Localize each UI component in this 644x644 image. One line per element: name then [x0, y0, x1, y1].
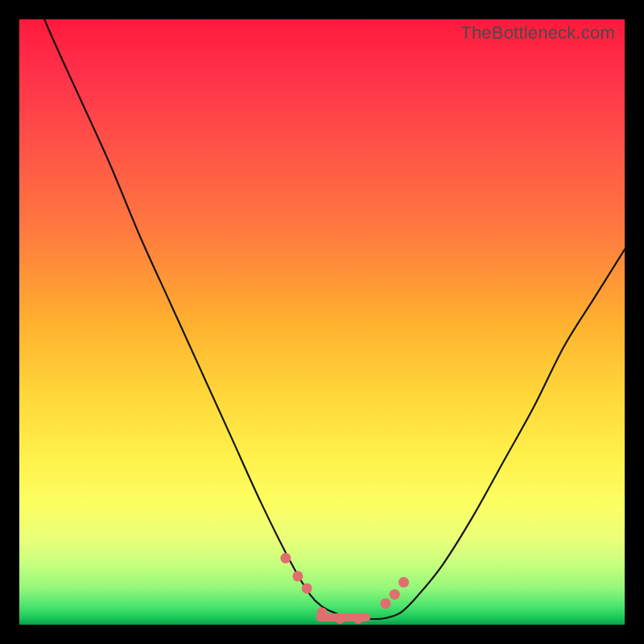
curve-marker — [335, 613, 345, 624]
bottleneck-curve-path — [19, 19, 625, 619]
plot-area: TheBottleneck.com — [19, 19, 625, 625]
bottleneck-chart — [19, 19, 625, 625]
curve-markers-group — [280, 553, 409, 624]
outer-frame: TheBottleneck.com — [0, 0, 644, 644]
curve-marker — [380, 598, 390, 609]
curve-marker — [280, 553, 291, 564]
curve-marker — [302, 583, 312, 593]
curve-marker — [317, 607, 328, 617]
curve-marker — [353, 613, 364, 624]
curve-marker — [398, 577, 409, 588]
curve-marker — [390, 589, 400, 600]
curve-marker — [292, 571, 303, 581]
